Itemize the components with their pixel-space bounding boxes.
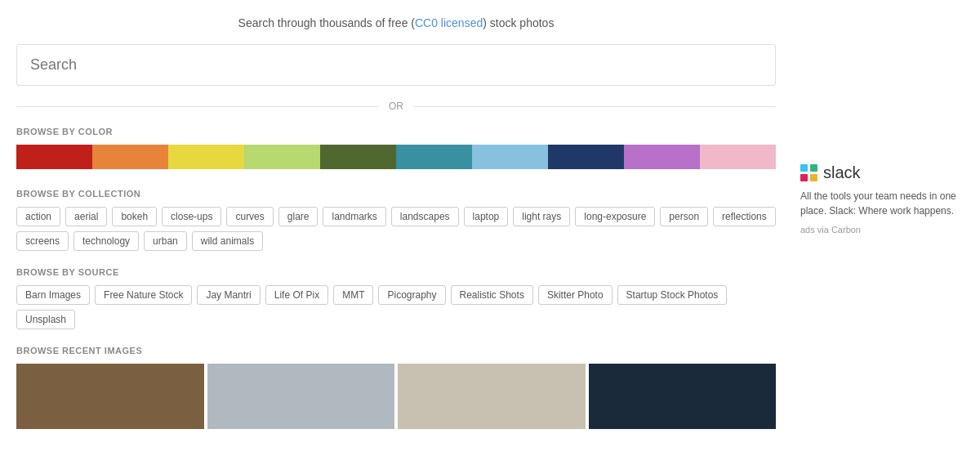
or-divider: OR — [16, 101, 776, 112]
collection-tag-reflections[interactable]: reflections — [713, 207, 776, 226]
source-tag-free-nature-stock[interactable]: Free Nature Stock — [95, 285, 192, 305]
source-tag-picography[interactable]: Picography — [378, 285, 445, 305]
color-swatch-light-green[interactable] — [244, 145, 320, 169]
browse-source-label: BROWSE BY SOURCE — [16, 267, 776, 277]
recent-image-4[interactable] — [589, 364, 777, 429]
color-swatch-pink[interactable] — [700, 145, 776, 169]
browse-recent-section: BROWSE RECENT IMAGES — [16, 346, 776, 429]
ad-box: slack All the tools your team needs in o… — [800, 163, 964, 235]
collection-tag-landscapes[interactable]: landscapes — [391, 207, 459, 226]
source-tag-unsplash[interactable]: Unsplash — [16, 310, 75, 329]
collection-tag-aerial[interactable]: aerial — [65, 207, 107, 226]
search-input[interactable] — [16, 44, 776, 86]
collection-tag-wild-animals[interactable]: wild animals — [192, 231, 263, 251]
browse-recent-label: BROWSE RECENT IMAGES — [16, 346, 776, 355]
collection-tag-curves[interactable]: curves — [226, 207, 273, 226]
color-swatches — [16, 145, 776, 169]
browse-by-collection-section: BROWSE BY COLLECTION actionaerialbokehcl… — [16, 189, 776, 251]
browse-by-source-section: BROWSE BY SOURCE Barn ImagesFree Nature … — [16, 267, 776, 329]
source-tags: Barn ImagesFree Nature StockJay MantriLi… — [16, 285, 776, 329]
collection-tags: actionaerialbokehclose-upscurvesglarelan… — [16, 207, 776, 251]
slack-color-4 — [810, 174, 817, 181]
collection-tag-close-ups[interactable]: close-ups — [162, 207, 221, 226]
color-swatch-purple[interactable] — [624, 145, 700, 169]
color-swatch-green[interactable] — [320, 145, 396, 169]
slack-logo[interactable]: slack — [800, 163, 964, 182]
collection-tag-screens[interactable]: screens — [16, 231, 69, 251]
collection-tag-action[interactable]: action — [16, 207, 60, 226]
browse-color-label: BROWSE BY COLOR — [16, 127, 776, 136]
color-swatch-yellow[interactable] — [168, 145, 244, 169]
color-swatch-orange[interactable] — [92, 145, 168, 169]
collection-tag-technology[interactable]: technology — [74, 231, 139, 251]
ad-text: All the tools your team needs in one pla… — [800, 189, 964, 218]
slack-color-1 — [800, 164, 808, 172]
collection-tag-long-exposure[interactable]: long-exposure — [575, 207, 655, 226]
ads-via: ads via Carbon — [800, 225, 861, 235]
recent-image-3[interactable] — [398, 364, 586, 429]
collection-tag-landmarks[interactable]: landmarks — [323, 207, 385, 226]
recent-images-row — [16, 364, 776, 429]
source-tag-startup-stock-photos[interactable]: Startup Stock Photos — [617, 285, 728, 305]
source-tag-barn-images[interactable]: Barn Images — [16, 285, 90, 305]
collection-tag-glare[interactable]: glare — [278, 207, 318, 226]
color-swatch-light-blue[interactable] — [472, 145, 548, 169]
collection-tag-person[interactable]: person — [660, 207, 708, 226]
source-tag-jay-mantri[interactable]: Jay Mantri — [197, 285, 260, 305]
color-swatch-red[interactable] — [16, 145, 92, 169]
slack-hash-icon — [800, 164, 818, 182]
source-tag-realistic-shots[interactable]: Realistic Shots — [451, 285, 533, 305]
slack-brand-name: slack — [823, 163, 861, 182]
color-swatch-teal[interactable] — [396, 145, 472, 169]
source-tag-skitter-photo[interactable]: Skitter Photo — [538, 285, 612, 305]
browse-by-color-section: BROWSE BY COLOR — [16, 127, 776, 169]
collection-tag-light-rays[interactable]: light rays — [513, 207, 570, 226]
tagline: Search through thousands of free (CC0 li… — [16, 16, 776, 29]
source-tag-mmt[interactable]: MMT — [333, 285, 373, 305]
collection-tag-urban[interactable]: urban — [144, 231, 187, 251]
slack-color-3 — [800, 174, 808, 181]
source-tag-life-of-pix[interactable]: Life Of Pix — [265, 285, 328, 305]
collection-tag-bokeh[interactable]: bokeh — [112, 207, 157, 226]
recent-image-2[interactable] — [207, 364, 395, 429]
color-swatch-dark-blue[interactable] — [548, 145, 624, 169]
cc0-link[interactable]: CC0 licensed — [415, 16, 483, 29]
slack-color-2 — [810, 164, 817, 172]
collection-tag-laptop[interactable]: laptop — [464, 207, 509, 226]
recent-image-1[interactable] — [16, 364, 204, 429]
browse-collection-label: BROWSE BY COLLECTION — [16, 189, 776, 199]
